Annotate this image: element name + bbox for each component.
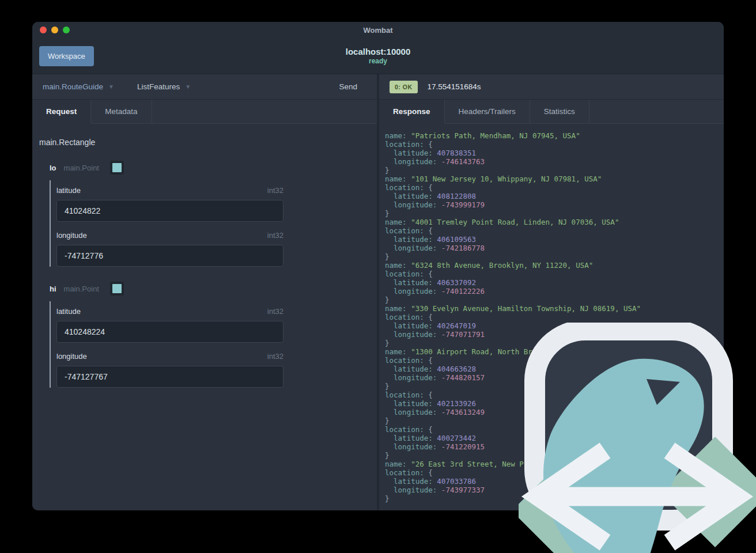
field-type: int32 bbox=[267, 186, 284, 195]
tab-request[interactable]: Request bbox=[32, 100, 91, 124]
group-name: hi bbox=[50, 285, 56, 293]
zoom-window-button[interactable] bbox=[63, 26, 70, 33]
group-name: lo bbox=[50, 164, 56, 172]
method-select-value: ListFeatures bbox=[137, 82, 180, 91]
field-group-lo: lo main.Point latitude int32 bbox=[50, 161, 370, 267]
request-form: main.Rectangle lo main.Point latitude bbox=[32, 124, 377, 416]
server-address: localhost:10000 bbox=[32, 47, 724, 56]
group-type: main.Point bbox=[64, 285, 99, 293]
checkbox-checked-icon bbox=[112, 163, 122, 172]
response-pane: 0: OK 17.554151684s Response Headers/Tra… bbox=[379, 74, 724, 510]
field-type: int32 bbox=[267, 352, 284, 361]
field-longitude: longitude int32 bbox=[56, 225, 284, 267]
checkbox-checked-icon bbox=[112, 284, 122, 293]
response-body[interactable]: name: "Patriots Path, Mendham, NJ 07945,… bbox=[379, 124, 724, 510]
tab-statistics[interactable]: Statistics bbox=[530, 100, 589, 124]
message-toggle[interactable] bbox=[110, 282, 124, 296]
request-toolbar: main.RouteGuide ▼ ListFeatures ▼ Send bbox=[32, 74, 377, 100]
field-type: int32 bbox=[267, 231, 284, 240]
tabbar-filler bbox=[589, 100, 724, 124]
request-tabbar: Request Metadata bbox=[32, 100, 377, 124]
send-button[interactable]: Send bbox=[330, 79, 366, 94]
service-select-value: main.RouteGuide bbox=[43, 82, 103, 91]
tab-response[interactable]: Response bbox=[379, 100, 445, 124]
service-select[interactable]: main.RouteGuide ▼ bbox=[43, 82, 114, 91]
field-type: int32 bbox=[267, 307, 284, 316]
server-info: localhost:10000 ready bbox=[32, 47, 724, 65]
message-toggle[interactable] bbox=[110, 161, 124, 175]
window-title: Wombat bbox=[363, 26, 392, 35]
field-label: latitude bbox=[56, 307, 267, 316]
title-bar: Wombat bbox=[32, 22, 724, 38]
group-type: main.Point bbox=[64, 164, 99, 172]
server-status: ready bbox=[32, 57, 724, 65]
minimize-window-button[interactable] bbox=[51, 26, 58, 33]
chevron-down-icon: ▼ bbox=[185, 84, 191, 90]
response-panel: name: "Patriots Path, Mendham, NJ 07945,… bbox=[379, 124, 724, 510]
longitude-input[interactable] bbox=[56, 366, 284, 388]
field-label: latitude bbox=[56, 186, 267, 195]
field-latitude: latitude int32 bbox=[56, 180, 284, 222]
tab-metadata[interactable]: Metadata bbox=[91, 100, 152, 124]
traffic-lights bbox=[40, 26, 70, 33]
field-label: longitude bbox=[56, 231, 267, 240]
close-window-button[interactable] bbox=[40, 26, 47, 33]
tab-headers-trailers[interactable]: Headers/Trailers bbox=[445, 100, 530, 124]
longitude-input[interactable] bbox=[56, 245, 284, 267]
request-panel: main.Rectangle lo main.Point latitude bbox=[32, 124, 377, 510]
field-longitude: longitude int32 bbox=[56, 346, 284, 388]
app-window: Wombat Workspace localhost:10000 ready m… bbox=[32, 22, 724, 510]
chevron-down-icon: ▼ bbox=[108, 84, 114, 90]
message-type-label: main.Rectangle bbox=[39, 138, 370, 147]
workspace-button[interactable]: Workspace bbox=[39, 46, 94, 66]
duration-label: 17.554151684s bbox=[428, 82, 481, 91]
response-tabbar: Response Headers/Trailers Statistics bbox=[379, 100, 724, 124]
field-label: longitude bbox=[56, 352, 267, 361]
app-header: Workspace localhost:10000 ready bbox=[32, 38, 724, 74]
status-badge: 0: OK bbox=[390, 81, 418, 93]
latitude-input[interactable] bbox=[56, 200, 284, 222]
method-select[interactable]: ListFeatures ▼ bbox=[137, 82, 191, 91]
field-latitude: latitude int32 bbox=[56, 301, 284, 343]
tabbar-filler bbox=[152, 100, 377, 124]
response-toolbar: 0: OK 17.554151684s bbox=[379, 74, 724, 100]
latitude-input[interactable] bbox=[56, 321, 284, 343]
request-pane: main.RouteGuide ▼ ListFeatures ▼ Send Re… bbox=[32, 74, 377, 510]
field-group-hi: hi main.Point latitude int32 bbox=[50, 282, 370, 388]
